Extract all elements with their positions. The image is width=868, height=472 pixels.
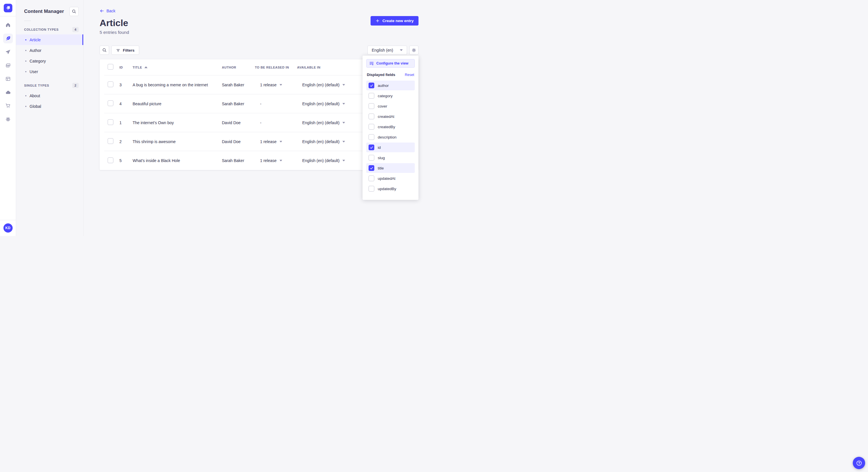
displayed-fields-title: Displayed fields — [367, 72, 395, 77]
field-checkbox[interactable] — [369, 124, 374, 130]
row-checkbox[interactable] — [107, 119, 113, 125]
reset-link[interactable]: Reset — [405, 73, 414, 77]
row-checkbox[interactable] — [107, 138, 113, 144]
marketplace-icon[interactable] — [3, 101, 13, 111]
bullet-icon — [25, 61, 26, 62]
sidebar-item[interactable]: Global — [16, 101, 83, 111]
field-toggle-row[interactable]: author — [366, 80, 415, 90]
field-checkbox[interactable] — [369, 186, 374, 192]
field-checkbox[interactable] — [369, 134, 374, 140]
row-checkbox[interactable] — [107, 100, 113, 106]
chevron-down-icon — [280, 141, 282, 142]
row-checkbox[interactable] — [107, 158, 113, 163]
strapi-logo[interactable] — [4, 4, 12, 12]
check-icon — [370, 146, 373, 149]
field-label: createdAt — [378, 114, 394, 119]
field-checkbox[interactable] — [369, 144, 374, 150]
field-toggle-row[interactable]: title — [366, 163, 415, 173]
column-header-title[interactable]: TITLE — [133, 66, 222, 69]
sidebar-search-button[interactable] — [69, 7, 79, 16]
layout-icon[interactable] — [3, 74, 13, 84]
section-label: COLLECTION TYPES — [24, 28, 59, 31]
configure-the-view-button[interactable]: Configure the view — [366, 59, 415, 68]
available-value: English (en) (default) — [302, 139, 340, 144]
cell-to-be-released-in[interactable]: 1 release — [255, 139, 297, 144]
field-toggle-row[interactable]: createdBy — [366, 122, 415, 132]
filters-button[interactable]: Filters — [112, 45, 139, 55]
column-header-to-be-released-in: TO BE RELEASED IN — [255, 66, 297, 69]
bullet-icon — [25, 39, 26, 40]
locale-value: English (en) — [372, 48, 393, 53]
user-avatar[interactable]: KD — [3, 224, 12, 233]
section-count-badge: 2 — [72, 83, 79, 88]
releases-icon[interactable] — [3, 47, 13, 57]
chevron-down-icon — [342, 84, 345, 86]
locale-select[interactable]: English (en) — [367, 45, 407, 55]
search-icon — [72, 9, 76, 14]
sidebar-item[interactable]: Author — [16, 45, 83, 56]
cell-id: 3 — [119, 82, 133, 87]
check-icon — [370, 166, 373, 170]
cell-id: 2 — [119, 139, 133, 144]
field-toggle-row[interactable]: id — [366, 142, 415, 152]
view-settings-button[interactable] — [409, 45, 418, 55]
cell-author: David Doe — [222, 121, 255, 125]
cloud-icon[interactable] — [3, 88, 13, 97]
filter-icon — [116, 48, 120, 53]
cell-author: David Doe — [222, 139, 255, 144]
sidebar-item-label: Article — [30, 38, 41, 42]
cell-to-be-released-in[interactable]: 1 release — [255, 158, 297, 163]
cell-title: This shrimp is awesome — [133, 139, 222, 144]
field-checkbox[interactable] — [369, 175, 374, 181]
sidebar-item[interactable]: About — [16, 90, 83, 101]
sidebar-item[interactable]: User — [16, 66, 83, 77]
field-label: cover — [378, 104, 387, 108]
main-content: Back Article 5 entries found Create new … — [84, 0, 434, 236]
settings-icon[interactable] — [3, 114, 13, 124]
field-label: category — [378, 94, 393, 98]
field-toggle-row[interactable]: slug — [366, 153, 415, 163]
field-label: author — [378, 83, 389, 88]
field-toggle-row[interactable]: category — [366, 91, 415, 101]
create-new-entry-button[interactable]: Create new entry — [371, 16, 418, 26]
field-checkbox[interactable] — [369, 155, 374, 161]
cell-author: Sarah Baker — [222, 82, 255, 87]
field-toggle-row[interactable]: updatedAt — [366, 173, 415, 183]
field-checkbox[interactable] — [369, 165, 374, 171]
field-label: id — [378, 145, 381, 150]
single-types-list: About Global — [16, 90, 83, 111]
sidebar-item[interactable]: Category — [16, 56, 83, 66]
select-all-checkbox[interactable] — [107, 64, 113, 70]
search-button[interactable] — [100, 45, 109, 55]
cell-to-be-released-in[interactable]: - — [255, 102, 297, 106]
chevron-down-icon — [280, 160, 282, 162]
cell-to-be-released-in[interactable]: - — [255, 121, 297, 125]
sidebar-item[interactable]: Article — [16, 34, 83, 45]
sidebar-item-label: About — [30, 94, 40, 98]
media-library-icon[interactable] — [3, 61, 13, 70]
collection-types-section: COLLECTION TYPES 4 Article Author Catego… — [16, 27, 83, 77]
field-checkbox[interactable] — [369, 93, 374, 99]
search-icon — [102, 48, 107, 53]
configure-view-icon — [369, 61, 374, 66]
sort-asc-icon — [144, 66, 148, 68]
column-header-author: AUTHOR — [222, 66, 255, 69]
content-manager-sidebar: Content Manager COLLECTION TYPES 4 Artic… — [16, 0, 84, 236]
field-toggle-row[interactable]: updatedBy — [366, 184, 415, 194]
chevron-down-icon — [342, 103, 345, 105]
section-count-badge: 4 — [72, 27, 79, 32]
field-toggle-row[interactable]: createdAt — [366, 111, 415, 121]
displayed-fields-list: author category cover — [366, 80, 415, 194]
field-toggle-row[interactable]: description — [366, 132, 415, 142]
field-checkbox[interactable] — [369, 113, 374, 119]
field-toggle-row[interactable]: cover — [366, 101, 415, 111]
field-checkbox[interactable] — [369, 103, 374, 109]
row-checkbox[interactable] — [107, 81, 113, 87]
content-manager-icon[interactable] — [3, 34, 13, 43]
back-link[interactable]: Back — [100, 9, 115, 13]
release-value: - — [260, 102, 261, 106]
field-checkbox[interactable] — [369, 82, 374, 88]
available-value: English (en) (default) — [302, 121, 340, 125]
cell-to-be-released-in[interactable]: 1 release — [255, 82, 297, 87]
home-icon[interactable] — [3, 20, 13, 30]
